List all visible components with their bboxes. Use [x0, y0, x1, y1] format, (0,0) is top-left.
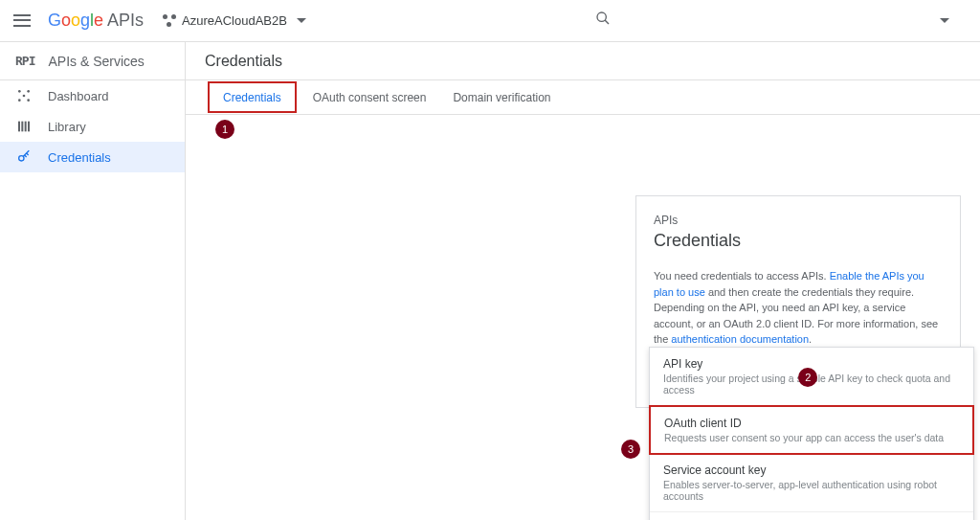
caret-down-icon	[936, 18, 949, 23]
logo-suffix: APIs	[107, 11, 144, 31]
sidebar-item-library[interactable]: Library	[0, 111, 185, 142]
sidebar-item-credentials[interactable]: Credentials	[0, 142, 185, 172]
svg-point-4	[23, 95, 26, 98]
card-title: Credentials	[654, 231, 943, 251]
dropdown-item-oauth-client-id[interactable]: OAuth client ID Requests user consent so…	[649, 405, 974, 455]
svg-point-0	[597, 12, 606, 21]
menu-icon[interactable]	[11, 10, 34, 33]
content-area: Credentials Credentials OAuth consent sc…	[186, 42, 980, 520]
search-area[interactable]	[595, 6, 949, 36]
left-nav: RPI APIs & Services Dashboard Library Cr…	[0, 42, 186, 520]
dashboard-icon	[15, 87, 33, 104]
dropdown-item-help-me-choose[interactable]: Help me choose Asks a few questions to h…	[650, 512, 973, 520]
library-icon	[15, 118, 33, 135]
svg-line-1	[605, 20, 609, 24]
page-title: Credentials	[205, 53, 282, 70]
key-icon	[15, 148, 33, 166]
svg-rect-10	[28, 122, 30, 132]
nav-section-title[interactable]: RPI APIs & Services	[0, 42, 185, 80]
api-icon: RPI	[15, 54, 34, 68]
svg-rect-9	[25, 122, 27, 132]
annotation-1: 1	[215, 120, 234, 139]
svg-rect-8	[21, 122, 23, 132]
project-name: AzureACloudAB2B	[182, 13, 287, 28]
annotation-2: 2	[798, 368, 817, 387]
svg-point-11	[19, 156, 24, 161]
body-wrap: RPI APIs & Services Dashboard Library Cr…	[0, 42, 980, 520]
card-eyebrow: APIs	[654, 214, 943, 227]
top-bar: Google APIs AzureACloudAB2B	[0, 0, 980, 42]
google-apis-logo[interactable]: Google APIs	[48, 11, 144, 31]
sidebar-item-dashboard[interactable]: Dashboard	[0, 80, 185, 111]
tab-row: Credentials OAuth consent screen Domain …	[186, 80, 980, 115]
svg-rect-7	[18, 122, 20, 132]
dropdown-item-service-account[interactable]: Service account key Enables server-to-se…	[650, 454, 973, 512]
tab-oauth-consent[interactable]: OAuth consent screen	[300, 80, 440, 114]
annotation-3: 3	[621, 440, 640, 459]
project-selector[interactable]: AzureACloudAB2B	[163, 13, 306, 28]
svg-point-5	[18, 99, 21, 102]
svg-point-3	[27, 90, 30, 93]
svg-point-2	[18, 90, 21, 93]
tab-credentials[interactable]: Credentials	[208, 81, 297, 113]
svg-point-6	[27, 99, 30, 102]
sidebar-item-label: Dashboard	[48, 89, 109, 103]
card-description: You need credentials to access APIs. Ena…	[654, 268, 943, 348]
chevron-down-icon	[297, 18, 306, 23]
tab-domain-verification[interactable]: Domain verification	[439, 80, 564, 114]
sidebar-item-label: Credentials	[48, 150, 111, 165]
auth-doc-link[interactable]: authentication documentation	[671, 333, 809, 345]
sidebar-item-label: Library	[48, 120, 86, 134]
project-icon	[163, 14, 176, 28]
search-icon	[595, 11, 611, 31]
